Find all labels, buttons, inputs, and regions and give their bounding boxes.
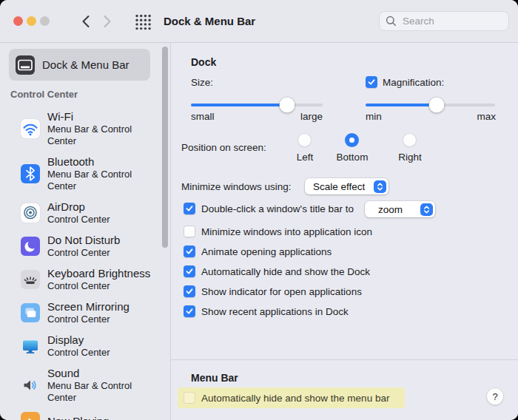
checkmark-icon <box>185 307 194 316</box>
position-option-label: Left <box>297 152 314 163</box>
dock-menu-bar-icon <box>16 55 35 75</box>
chevron-left-icon <box>81 15 90 28</box>
checkmark-icon <box>185 204 194 213</box>
sidebar-item-sublabel: Control Center <box>47 214 110 226</box>
sidebar-item-do-not-disturb[interactable]: Do Not DisturbControl Center <box>0 234 166 259</box>
airdrop-icon <box>21 203 40 223</box>
size-label: Size: <box>191 77 213 88</box>
dock-section-header: Dock <box>191 56 216 68</box>
animate-opening-checkbox[interactable] <box>184 245 195 257</box>
show-indicator-label: Show indicator for open applications <box>201 286 362 297</box>
double-click-label: Double-click a window's title bar to <box>201 203 354 214</box>
stepper-icon <box>374 180 386 193</box>
auto-hide-menu-bar-checkbox[interactable] <box>184 392 195 404</box>
search-field[interactable] <box>379 11 509 31</box>
close-button[interactable] <box>13 16 23 26</box>
position-radio-bottom[interactable] <box>345 133 359 147</box>
slider-fill <box>191 104 287 106</box>
sidebar-item-bluetooth[interactable]: BluetoothMenu Bar & Control Center <box>0 155 166 192</box>
main-pane: Dock Size: small large Magnification: mi… <box>171 43 518 420</box>
wifi-icon <box>21 119 40 138</box>
double-click-checkbox[interactable] <box>184 203 195 214</box>
minimize-into-icon-checkbox[interactable] <box>184 226 195 237</box>
forward-button[interactable] <box>99 13 115 30</box>
sidebar-item-sublabel: Control Center <box>47 314 130 325</box>
size-max-label: large <box>300 111 323 122</box>
moon-icon <box>21 237 40 256</box>
minimize-into-icon-label: Minimize windows into application icon <box>201 226 372 237</box>
keyboard-brightness-icon <box>21 270 40 289</box>
toolbar: Dock & Menu Bar <box>0 0 518 43</box>
position-label: Position on screen: <box>181 142 266 153</box>
sidebar-item-now-playing[interactable]: Now Playing <box>0 412 166 420</box>
sidebar-item-label: Display <box>47 333 110 347</box>
magnification-label: Magnification: <box>383 77 444 88</box>
back-button[interactable] <box>77 13 93 30</box>
minimize-effect-select[interactable]: Scale effect <box>305 178 388 194</box>
screen-mirroring-icon <box>21 303 40 322</box>
sidebar-item-label: Do Not Disturb <box>47 234 120 247</box>
sidebar-item-label: Keyboard Brightness <box>47 267 150 280</box>
sidebar-item-sublabel: Control Center <box>47 280 149 292</box>
auto-hide-dock-checkbox[interactable] <box>184 265 195 277</box>
sidebar-item-label: Wi-Fi <box>47 110 149 123</box>
question-mark-icon: ? <box>492 391 497 402</box>
grid-icon <box>134 13 152 31</box>
position-radio-left[interactable] <box>297 133 312 147</box>
checkmark-icon <box>367 78 376 87</box>
slider-fill <box>366 104 437 106</box>
chevron-right-icon <box>103 15 112 28</box>
now-playing-icon <box>21 412 40 420</box>
show-recent-label: Show recent applications in Dock <box>201 306 349 317</box>
sidebar-item-label: Sound <box>47 367 149 380</box>
zoom-button[interactable] <box>40 16 50 26</box>
position-radio-right[interactable] <box>403 133 417 147</box>
magnification-min-label: min <box>366 111 382 122</box>
magnification-checkbox[interactable] <box>366 76 377 88</box>
size-min-label: small <box>191 111 215 122</box>
search-input[interactable] <box>401 15 502 27</box>
position-option-label: Bottom <box>337 152 369 163</box>
search-icon <box>386 16 397 27</box>
checkmark-icon <box>185 247 194 256</box>
bluetooth-icon <box>21 164 40 183</box>
sidebar-selected-label: Dock & Menu Bar <box>42 58 130 71</box>
auto-hide-menu-bar-label: Automatically hide and show the menu bar <box>201 393 389 404</box>
auto-hide-dock-label: Automatically hide and show the Dock <box>201 266 370 277</box>
sidebar-item-label: AirDrop <box>47 200 110 214</box>
sidebar-section-header: Control Center <box>10 89 78 100</box>
sidebar-list: Wi-FiMenu Bar & Control Center Bluetooth… <box>0 110 166 420</box>
double-click-action-select[interactable]: zoom <box>365 201 435 217</box>
magnification-max-label: max <box>477 111 496 122</box>
sidebar-item-display[interactable]: DisplayControl Center <box>0 333 166 359</box>
show-indicator-checkbox[interactable] <box>184 285 195 297</box>
double-click-action-value: zoom <box>378 204 403 215</box>
sidebar-item-label: Screen Mirroring <box>47 300 130 314</box>
show-recent-checkbox[interactable] <box>184 305 195 317</box>
sidebar-item-airdrop[interactable]: AirDropControl Center <box>0 200 166 226</box>
sidebar-item-screen-mirroring[interactable]: Screen MirroringControl Center <box>0 300 166 325</box>
sidebar-item-sublabel: Menu Bar & Control Center <box>47 123 149 147</box>
position-option-label: Right <box>398 152 422 163</box>
section-divider <box>171 359 518 360</box>
sidebar-item-sublabel: Control Center <box>47 347 110 359</box>
settings-window: Dock & Menu Bar Dock & Menu Bar Control … <box>0 0 518 420</box>
help-button[interactable]: ? <box>486 387 504 405</box>
sidebar-item-sublabel: Menu Bar & Control Center <box>47 169 149 192</box>
sidebar-item-dock-menu-bar[interactable]: Dock & Menu Bar <box>9 49 150 81</box>
sidebar-item-sublabel: Menu Bar & Control Center <box>47 380 149 404</box>
sidebar: Dock & Menu Bar Control Center Wi-FiMenu… <box>0 43 171 420</box>
sidebar-item-sublabel: Control Center <box>47 247 120 259</box>
sidebar-scrollbar[interactable] <box>162 47 168 248</box>
sidebar-item-sound[interactable]: SoundMenu Bar & Control Center <box>0 367 166 404</box>
sound-icon <box>21 376 40 395</box>
show-all-button[interactable] <box>134 13 152 31</box>
menu-bar-section-header: Menu Bar <box>191 372 238 384</box>
minimize-effect-value: Scale effect <box>313 181 365 192</box>
sidebar-item-wifi[interactable]: Wi-FiMenu Bar & Control Center <box>0 110 166 147</box>
animate-opening-label: Animate opening applications <box>201 246 332 257</box>
sidebar-item-keyboard-brightness[interactable]: Keyboard BrightnessControl Center <box>0 267 166 292</box>
minimize-button[interactable] <box>27 16 36 26</box>
sidebar-item-label: Bluetooth <box>47 155 149 169</box>
display-icon <box>21 336 40 356</box>
